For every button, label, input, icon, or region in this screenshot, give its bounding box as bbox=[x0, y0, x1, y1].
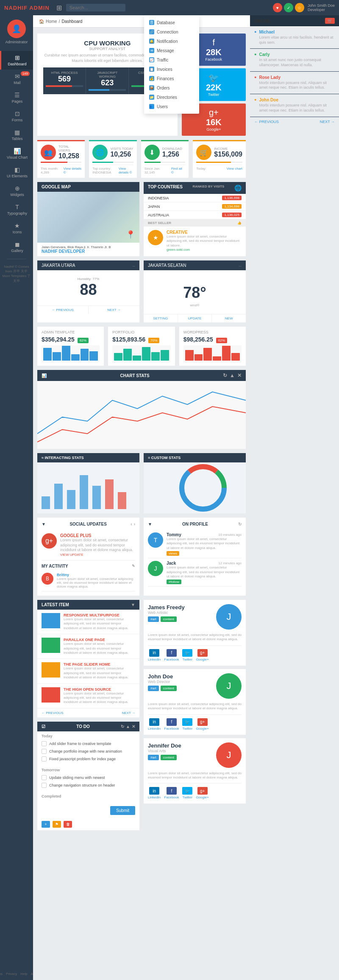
directories-icon: 📁 bbox=[149, 95, 154, 100]
dropdown-finances[interactable]: 💰 Finances bbox=[144, 74, 199, 83]
dropdown-directories[interactable]: 📁 Directories bbox=[144, 92, 199, 102]
developer-label: NADHIF DEVELOPER bbox=[42, 249, 135, 254]
close-icon[interactable]: ✕ bbox=[237, 372, 242, 378]
todo-check-3[interactable] bbox=[42, 756, 47, 762]
submit-button[interactable]: Submit bbox=[110, 806, 135, 815]
james-facebook[interactable]: f Facebook bbox=[164, 649, 179, 661]
svg-rect-4 bbox=[92, 486, 101, 509]
action-flag-icon[interactable]: ⚑ bbox=[53, 821, 61, 828]
todo-check-2[interactable] bbox=[42, 749, 47, 754]
john-twitter[interactable]: 🐦 Twitter bbox=[182, 718, 192, 731]
custom-body bbox=[144, 462, 246, 513]
dropdown-message[interactable]: ✉ Message bbox=[144, 46, 199, 55]
cart-icon[interactable]: 🛒 bbox=[325, 18, 335, 24]
action-add-icon[interactable]: + bbox=[42, 821, 50, 828]
footer-terms[interactable]: Terms bbox=[0, 972, 3, 976]
weather-next-btn[interactable]: NEXT → bbox=[89, 306, 139, 314]
onprofile-refresh[interactable]: ↻ bbox=[238, 522, 242, 526]
james-linkedin[interactable]: in LinkedIn bbox=[148, 649, 161, 661]
jennifer-twitter[interactable]: 🐦 Twitter bbox=[182, 787, 192, 799]
sidebar-item-dashboard[interactable]: ⊞ Dashboard bbox=[0, 51, 33, 70]
dropdown-notification[interactable]: 🔔 Notification bbox=[144, 36, 199, 46]
dropdown-invoices[interactable]: 📋 Invoices bbox=[144, 64, 199, 74]
sidebar-item-pages[interactable]: ☰ Pages bbox=[0, 88, 33, 107]
sidebar-divider bbox=[7, 259, 27, 259]
message-icon: ✉ bbox=[149, 48, 154, 53]
john-linkedin[interactable]: in LinkedIn bbox=[148, 718, 161, 731]
check-icon-btn[interactable]: ✓ bbox=[284, 3, 293, 12]
dropdown-traffic[interactable]: 📈 Traffic bbox=[144, 55, 199, 64]
latest-prev[interactable]: ← PREVIOUS bbox=[42, 711, 64, 715]
todo-check-4[interactable] bbox=[42, 775, 47, 780]
todo-close[interactable]: ✕ bbox=[132, 724, 135, 729]
heart-icon-btn[interactable]: ♥ bbox=[273, 3, 282, 12]
footer-privacy[interactable]: Privacy bbox=[6, 972, 17, 976]
star-icon-btn[interactable]: ☆ bbox=[295, 3, 304, 12]
setting-btn[interactable]: SETTING bbox=[144, 314, 178, 322]
sidebar-item-typography[interactable]: T Typography bbox=[0, 200, 33, 219]
james-twitter[interactable]: 🐦 Twitter bbox=[182, 649, 192, 661]
dropdown-database[interactable]: 🗄 Database bbox=[144, 18, 199, 27]
sidebar-item-mail[interactable]: ✉ Mail 149 bbox=[0, 70, 33, 88]
expand-icon[interactable]: ▲ bbox=[230, 372, 235, 378]
new-btn[interactable]: NEW bbox=[212, 314, 246, 322]
grid-icon[interactable]: ⊞ bbox=[56, 4, 62, 12]
interacting-chart bbox=[37, 462, 139, 513]
sidebar-item-ui-elements[interactable]: ◧ UI Elements bbox=[0, 163, 33, 182]
sidebar-item-gallery[interactable]: ◼ Gallery bbox=[0, 238, 33, 256]
action-delete-icon[interactable]: 🗑 bbox=[64, 821, 72, 828]
visits-progress bbox=[92, 162, 133, 163]
facebook-icon3: f bbox=[167, 787, 177, 795]
jennifer-linkedin[interactable]: in LinkedIn bbox=[148, 787, 161, 799]
online-next[interactable]: NEXT → bbox=[320, 120, 335, 124]
john-google[interactable]: g+ Google+ bbox=[196, 718, 208, 731]
todo-expand[interactable]: ▲ bbox=[126, 724, 130, 729]
weather-prev-btn[interactable]: ← PREVIOUS bbox=[37, 306, 89, 314]
jennifer-google[interactable]: g+ Google+ bbox=[196, 787, 208, 799]
john-avatar: J bbox=[216, 673, 242, 699]
search-input[interactable] bbox=[66, 4, 125, 11]
refresh-icon[interactable]: ↻ bbox=[223, 372, 227, 378]
sidebar-item-widgets[interactable]: ⊕ Widgets bbox=[0, 182, 33, 200]
todo-refresh[interactable]: ↻ bbox=[121, 724, 124, 729]
nav-prev-icon[interactable]: ‹ bbox=[131, 522, 132, 526]
map-visual bbox=[37, 192, 139, 243]
icons-icon: ★ bbox=[14, 222, 20, 229]
activity-edit-icon[interactable]: ✎ bbox=[132, 564, 135, 568]
james-google[interactable]: g+ Google+ bbox=[196, 649, 208, 661]
chart-svg bbox=[37, 383, 246, 447]
income-progress bbox=[196, 162, 242, 163]
nav-next-icon[interactable]: › bbox=[134, 522, 135, 526]
cpu-stat-html: HTML PROCESS 569 bbox=[43, 67, 86, 94]
update-btn[interactable]: UPDATE bbox=[178, 314, 212, 322]
footer-help[interactable]: Help bbox=[20, 972, 27, 976]
todo-check-1[interactable] bbox=[42, 741, 47, 746]
dropdown-orders[interactable]: 📦 Orders bbox=[144, 83, 199, 92]
stat-cards-row: 👥 TOTAL USERS 10,258 This month: 4,289 V… bbox=[37, 140, 246, 178]
connection-icon: 🔗 bbox=[149, 29, 154, 34]
user-info: John Smith Doe Developer bbox=[308, 3, 335, 12]
visits-stat-icon: 🌐 bbox=[92, 145, 108, 160]
sidebar-item-forms[interactable]: ⊡ Forms bbox=[0, 107, 33, 126]
online-prev[interactable]: ← PREVIOUS bbox=[254, 120, 279, 124]
latest-items-card: LATEST ITEM ▼ RESPONSIVE MULTIPURPOSE Lo… bbox=[37, 600, 139, 717]
user-status-dot3: ● bbox=[254, 75, 256, 79]
mail-badge: 149 bbox=[21, 71, 30, 76]
content-area: CPU WORKING SUPPORT ANALYST Curabitur ne… bbox=[33, 28, 250, 839]
revenue-portfolio: PORTFOLIO $125,893.56 70% bbox=[108, 327, 175, 366]
dropdown-users[interactable]: 👥 Users bbox=[144, 102, 199, 111]
todo-action-bar: + ⚑ 🗑 bbox=[37, 818, 139, 830]
john-facebook[interactable]: f Facebook bbox=[164, 718, 179, 731]
facebook-icon2: f bbox=[167, 718, 177, 726]
svg-rect-1 bbox=[54, 484, 63, 509]
latest-next[interactable]: NEXT → bbox=[122, 711, 135, 715]
sidebar-item-icons[interactable]: ★ Icons bbox=[0, 219, 33, 238]
jennifer-facebook[interactable]: f Facebook bbox=[164, 787, 179, 799]
sidebar-item-visual-chart[interactable]: 📊 Visual Chart bbox=[0, 144, 33, 163]
todo-header: ☑ TO DO ↻ ▲ ✕ bbox=[37, 722, 139, 731]
dropdown-connection[interactable]: 🔗 Connection bbox=[144, 27, 199, 36]
sidebar-item-tables[interactable]: ▦ Tables bbox=[0, 126, 33, 144]
todo-check-5[interactable] bbox=[42, 783, 47, 788]
chart-stats-header: 📊 CHART STATS ↻ ▲ ✕ bbox=[37, 370, 246, 381]
latest-filter-icon[interactable]: ▼ bbox=[131, 602, 135, 607]
